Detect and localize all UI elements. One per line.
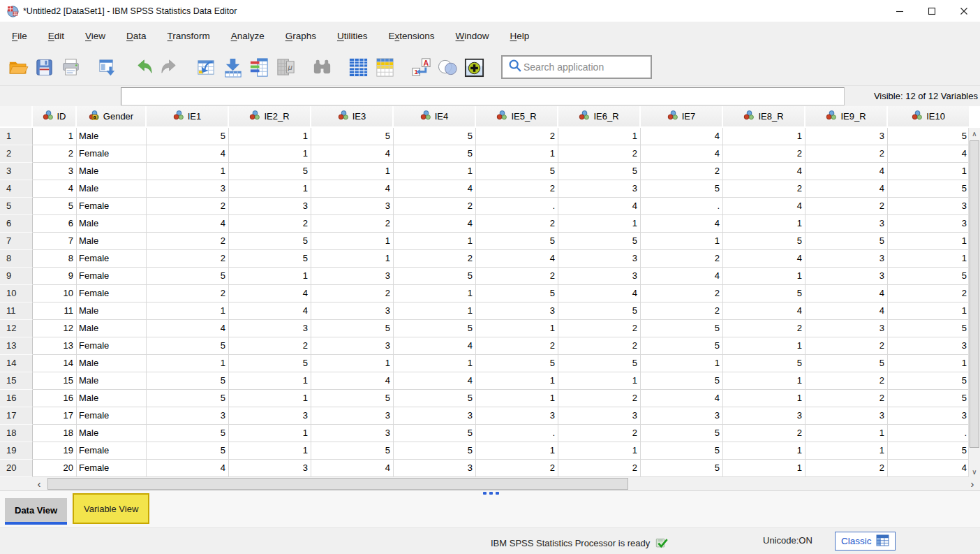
menu-file[interactable]: File <box>1 31 38 41</box>
minimize-icon[interactable] <box>884 0 916 22</box>
horizontal-scroll-thumb[interactable] <box>47 478 628 490</box>
data-cell[interactable]: 5 <box>558 163 641 180</box>
use-variable-sets-icon[interactable] <box>434 53 461 81</box>
column-header-ie7[interactable]: IE7 <box>641 106 723 128</box>
column-header-ie4[interactable]: IE4 <box>394 106 476 128</box>
data-cell[interactable]: 3 <box>641 407 723 425</box>
data-cell[interactable]: 4 <box>394 372 476 390</box>
data-cell[interactable]: 1 <box>229 425 311 442</box>
data-cell[interactable]: 1 <box>888 302 970 320</box>
data-cell[interactable]: 5 <box>394 145 476 163</box>
menu-analyze[interactable]: Analyze <box>221 31 275 41</box>
data-cell[interactable]: 1 <box>723 372 805 390</box>
data-cell[interactable]: 5 <box>888 320 970 337</box>
scroll-up-icon[interactable]: ∧ <box>969 128 980 139</box>
data-cell[interactable]: Female <box>77 268 147 285</box>
data-cell[interactable]: Female <box>77 250 147 268</box>
scroll-down-icon[interactable]: ∨ <box>969 466 980 477</box>
row-header[interactable]: 4 <box>0 180 33 198</box>
data-cell[interactable]: 1 <box>723 128 805 145</box>
data-cell[interactable]: 5 <box>147 425 229 442</box>
row-header[interactable]: 20 <box>0 460 33 477</box>
data-cell[interactable]: 4 <box>229 285 311 302</box>
data-cell[interactable]: 4 <box>723 163 805 180</box>
data-cell[interactable]: 12 <box>33 320 77 337</box>
recent-dialogs-icon[interactable] <box>94 53 120 81</box>
data-cell[interactable]: Female <box>77 460 147 477</box>
data-cell[interactable]: 1 <box>394 163 476 180</box>
tab-variable-view[interactable]: Variable View <box>73 493 149 524</box>
data-cell[interactable]: 1 <box>311 233 394 250</box>
data-cell[interactable]: 14 <box>33 355 77 372</box>
data-cell[interactable]: 3 <box>805 128 888 145</box>
data-cell[interactable]: 4 <box>805 302 888 320</box>
data-cell[interactable]: 2 <box>147 285 229 302</box>
data-cell[interactable]: 2 <box>394 250 476 268</box>
data-cell[interactable]: . <box>888 425 970 442</box>
data-cell[interactable]: 5 <box>888 180 970 198</box>
data-cell[interactable]: 4 <box>805 285 888 302</box>
data-cell[interactable]: 4 <box>311 180 394 198</box>
column-header-ie10[interactable]: IE10 <box>888 106 970 128</box>
data-cell[interactable]: 3 <box>476 302 558 320</box>
data-cell[interactable]: 5 <box>888 390 970 407</box>
data-cell[interactable]: 5 <box>558 233 641 250</box>
data-cell[interactable]: 5 <box>147 268 229 285</box>
data-cell[interactable]: 1 <box>723 215 805 233</box>
data-cell[interactable]: 2 <box>805 390 888 407</box>
data-cell[interactable]: 3 <box>147 407 229 425</box>
data-cell[interactable]: 4 <box>641 215 723 233</box>
weight-cases-icon[interactable] <box>371 53 398 81</box>
data-cell[interactable]: 1 <box>805 442 888 460</box>
data-cell[interactable]: Male <box>77 425 147 442</box>
data-cell[interactable]: 1 <box>147 302 229 320</box>
data-cell[interactable]: 11 <box>33 302 77 320</box>
data-cell[interactable]: 1 <box>394 233 476 250</box>
data-cell[interactable]: 5 <box>476 355 558 372</box>
data-cell[interactable]: 16 <box>33 390 77 407</box>
data-cell[interactable]: 3 <box>888 337 970 355</box>
row-header[interactable]: 13 <box>0 337 33 355</box>
data-cell[interactable]: 2 <box>805 460 888 477</box>
data-cell[interactable]: Female <box>77 145 147 163</box>
menu-view[interactable]: View <box>75 31 116 41</box>
data-cell[interactable]: 1 <box>229 128 311 145</box>
data-cell[interactable]: 4 <box>558 198 641 215</box>
data-cell[interactable]: 2 <box>33 145 77 163</box>
data-cell[interactable]: 1 <box>888 250 970 268</box>
data-cell[interactable]: 5 <box>723 355 805 372</box>
data-cell[interactable]: 4 <box>805 163 888 180</box>
data-cell[interactable]: 7 <box>33 233 77 250</box>
data-cell[interactable]: 1 <box>311 355 394 372</box>
menu-utilities[interactable]: Utilities <box>327 31 378 41</box>
data-cell[interactable]: 3 <box>805 320 888 337</box>
data-cell[interactable]: Female <box>77 337 147 355</box>
data-cell[interactable]: 5 <box>641 372 723 390</box>
data-cell[interactable]: 1 <box>394 285 476 302</box>
goto-case-icon[interactable] <box>193 53 219 81</box>
data-cell[interactable]: 2 <box>229 337 311 355</box>
menu-data[interactable]: Data <box>116 31 157 41</box>
data-cell[interactable]: 1 <box>476 320 558 337</box>
data-cell[interactable]: 5 <box>394 425 476 442</box>
row-header[interactable]: 9 <box>0 268 33 285</box>
data-cell[interactable]: 2 <box>723 145 805 163</box>
data-cell[interactable]: 3 <box>476 407 558 425</box>
menu-edit[interactable]: Edit <box>38 31 75 41</box>
close-icon[interactable] <box>948 0 980 22</box>
data-cell[interactable]: 5 <box>394 390 476 407</box>
data-cell[interactable]: 2 <box>311 285 394 302</box>
data-cell[interactable]: 5 <box>229 233 311 250</box>
data-cell[interactable]: 4 <box>558 285 641 302</box>
data-cell[interactable]: 1 <box>723 442 805 460</box>
data-cell[interactable]: 1 <box>723 268 805 285</box>
column-header-ie6_r[interactable]: IE6_R <box>558 106 641 128</box>
data-cell[interactable]: 3 <box>147 180 229 198</box>
data-cell[interactable]: 5 <box>394 268 476 285</box>
column-header-ie1[interactable]: IE1 <box>147 106 229 128</box>
data-cell[interactable]: 4 <box>888 145 970 163</box>
data-cell[interactable]: 3 <box>229 198 311 215</box>
search-input[interactable] <box>524 61 642 73</box>
classic-mode-button[interactable]: Classic <box>835 532 896 551</box>
data-cell[interactable]: 2 <box>641 163 723 180</box>
